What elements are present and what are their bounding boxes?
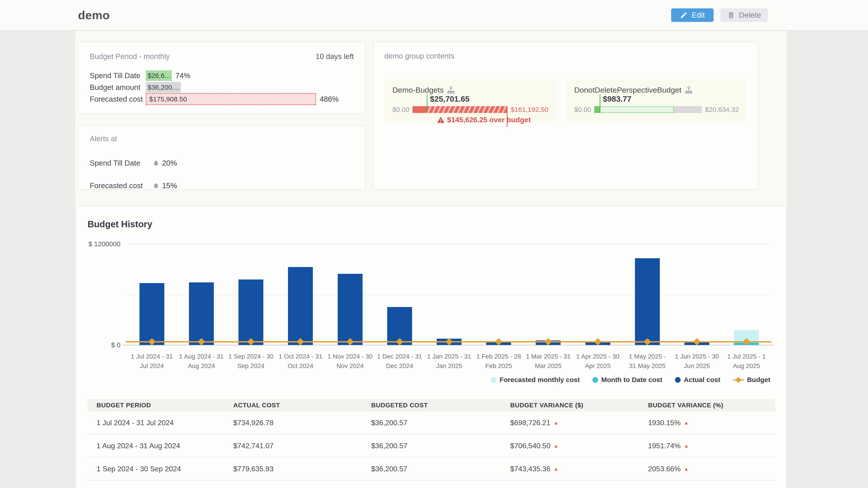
y-axis-label-max: $ 1200000 bbox=[82, 240, 121, 248]
budget-period-bar-value: $26,6... bbox=[148, 72, 170, 79]
table-cell: 1 Aug 2024 - 31 Aug 2024 bbox=[88, 434, 233, 457]
chart-bar-slot bbox=[127, 244, 177, 345]
table-cell: $734,926.78 bbox=[233, 412, 371, 434]
budget-period-row-label: Forecasted cost bbox=[90, 95, 146, 103]
cell-value: 1 Jul 2024 - 31 Jul 2024 bbox=[96, 419, 174, 427]
table-cell: $779,635.93 bbox=[233, 457, 371, 480]
x-axis-label-text: 1 Feb 2025 - 28 Feb 2025 bbox=[476, 352, 521, 371]
alert-row-label: Spend Till Date bbox=[90, 159, 153, 167]
x-axis-label-text: 1 Dec 2024 - 31 Dec 2024 bbox=[377, 352, 422, 371]
group-contents-card: demo group contents Demo-Budgets$0.00$25… bbox=[373, 42, 758, 190]
variance-cell: 1951.74%▲ bbox=[648, 434, 775, 457]
variance-up-triangle-icon: ▲ bbox=[554, 420, 559, 426]
x-axis-label: 1 Jun 2025 - 30 Jun 2025 bbox=[672, 352, 722, 371]
budget-tile-bar: $25,701.65 bbox=[412, 106, 507, 113]
variance-up-triangle-icon: ▲ bbox=[684, 443, 689, 449]
x-axis-label: 1 Jul 2025 - 1 Aug 2025 bbox=[722, 352, 771, 371]
table-cell: 1 Sep 2024 - 30 Sep 2024 bbox=[88, 457, 233, 480]
trash-icon bbox=[727, 11, 735, 19]
actual-cost-bar[interactable] bbox=[635, 258, 660, 345]
budget-tile-name: DonotDeletePerspectiveBudget bbox=[574, 86, 681, 94]
actual-cost-bar[interactable] bbox=[288, 267, 313, 345]
variance-value: 2053.66% bbox=[648, 465, 681, 473]
budget-history-chart bbox=[127, 244, 771, 345]
budget-period-row: Forecasted cost$175,908.50486% bbox=[90, 94, 354, 104]
actual-cost-bar[interactable] bbox=[338, 274, 363, 345]
y-axis-label-zero: $ 0 bbox=[82, 341, 121, 349]
x-axis-label: 1 Mar 2025 - 31 Mar 2025 bbox=[524, 352, 573, 371]
budget-tile-plot: $0.00$25,701.65$161,192.50 bbox=[393, 106, 548, 113]
budget-tile[interactable]: DonotDeletePerspectiveBudget$0.00$983.77… bbox=[566, 80, 747, 122]
budget-period-bar-alert: $175,908.50 bbox=[146, 93, 316, 105]
alerts-title: Alerts at bbox=[90, 134, 117, 143]
x-axis-label: 1 Apr 2025 - 30 Apr 2025 bbox=[573, 352, 622, 371]
budget-tile[interactable]: Demo-Budgets$0.00$25,701.65$161,192.50$1… bbox=[384, 80, 557, 122]
bar-segment-gray bbox=[674, 106, 702, 113]
x-axis-label: 1 Jul 2024 - 31 Jul 2024 bbox=[127, 352, 177, 371]
bar-max-label: $161,192.50 bbox=[510, 106, 548, 113]
variance-value: $698,726.21 bbox=[510, 419, 550, 427]
legend-item[interactable]: Forecasted monthly cost bbox=[491, 376, 580, 384]
chart-bar-slot bbox=[177, 244, 226, 345]
x-axis-label: 1 Oct 2024 - 31 Oct 2024 bbox=[276, 352, 325, 371]
chart-bars bbox=[127, 244, 771, 345]
bar-min-label: $0.00 bbox=[393, 106, 409, 113]
x-axis-label: 1 May 2025 - 31 May 2025 bbox=[622, 352, 672, 371]
chart-bar-slot bbox=[226, 244, 276, 345]
chart-bar-slot bbox=[424, 244, 474, 345]
delete-button[interactable]: Delete bbox=[720, 8, 768, 22]
x-axis-label: 1 Dec 2024 - 31 Dec 2024 bbox=[375, 352, 424, 371]
alert-threshold: 20% bbox=[153, 159, 177, 167]
budget-tile-amount: $25,701.65 bbox=[430, 94, 469, 103]
edit-button[interactable]: Edit bbox=[671, 8, 714, 22]
table-header-cell: BUDGET PERIOD bbox=[88, 399, 233, 412]
x-axis-label-text: 1 Mar 2025 - 31 Mar 2025 bbox=[526, 352, 571, 371]
cell-value: $36,200.57 bbox=[371, 465, 407, 473]
variance-up-triangle-icon: ▲ bbox=[554, 466, 559, 472]
table-cell: 1 Jul 2024 - 31 Jul 2024 bbox=[88, 412, 233, 434]
variance-value: 1951.74% bbox=[648, 442, 681, 450]
variance-cell: $706,540.50▲ bbox=[510, 434, 648, 457]
chart-legend: Forecasted monthly costMonth to Date cos… bbox=[491, 376, 770, 384]
actual-cost-bar[interactable] bbox=[140, 283, 164, 345]
warning-icon bbox=[437, 117, 444, 123]
over-budget-text: $145,626.25 over budget bbox=[447, 116, 531, 124]
alert-threshold-value: 15% bbox=[162, 182, 177, 190]
top-actions: Edit Delete bbox=[671, 8, 768, 22]
x-axis-label: 1 Nov 2024 - 30 Nov 2024 bbox=[325, 352, 375, 371]
bar-segment-green-dashed bbox=[600, 106, 674, 113]
budget-period-row: Budget amount$36,200.... bbox=[90, 82, 354, 93]
actual-cost-bar[interactable] bbox=[239, 280, 264, 345]
chart-bar-slot bbox=[573, 244, 622, 345]
cell-value: 1 Aug 2024 - 31 Aug 2024 bbox=[96, 442, 180, 450]
actual-cost-bar[interactable] bbox=[189, 283, 214, 345]
legend-item[interactable]: Budget bbox=[733, 376, 770, 384]
bell-icon bbox=[153, 160, 159, 166]
table-cell: $36,200.57 bbox=[371, 412, 510, 434]
x-axis-label-text: 1 Apr 2025 - 30 Apr 2025 bbox=[575, 352, 620, 371]
budget-tile-name-row: Demo-Budgets bbox=[393, 86, 548, 94]
legend-swatch-dot bbox=[491, 377, 496, 383]
chart-bar-slot bbox=[325, 244, 375, 345]
table-header-cell: ACTUAL COST bbox=[233, 399, 371, 412]
variance-cell: $698,726.21▲ bbox=[510, 412, 648, 434]
table-header-row: BUDGET PERIODACTUAL COSTBUDGETED COSTBUD… bbox=[88, 399, 775, 412]
chart-bar-slot bbox=[276, 244, 325, 345]
budget-tile-bar-row: $0.00$983.77$20,634.32 bbox=[574, 106, 739, 113]
budget-period-bar-value: $175,908.50 bbox=[149, 95, 187, 103]
legend-label: Actual cost bbox=[684, 376, 720, 384]
legend-item[interactable]: Actual cost bbox=[675, 376, 720, 384]
legend-swatch-dot bbox=[675, 377, 681, 383]
chart-bar-slot bbox=[622, 244, 672, 345]
variance-value: 1930.15% bbox=[648, 419, 681, 427]
table-cell: $742,741.07 bbox=[233, 434, 371, 457]
table-row: 1 Jul 2024 - 31 Jul 2024$734,926.78$36,2… bbox=[88, 412, 775, 434]
budget-period-bar-value: $36,200.... bbox=[148, 84, 180, 91]
legend-item[interactable]: Month to Date cost bbox=[592, 376, 662, 384]
x-axis-label: 1 Feb 2025 - 28 Feb 2025 bbox=[474, 352, 524, 371]
legend-swatch-budget bbox=[733, 377, 744, 383]
x-axis-label-text: 1 Aug 2024 - 31 Aug 2024 bbox=[179, 352, 224, 371]
budget-period-row-label: Spend Till Date bbox=[90, 71, 146, 80]
budget-period-percent-label: 486% bbox=[320, 95, 339, 103]
edit-button-label: Edit bbox=[692, 11, 705, 20]
